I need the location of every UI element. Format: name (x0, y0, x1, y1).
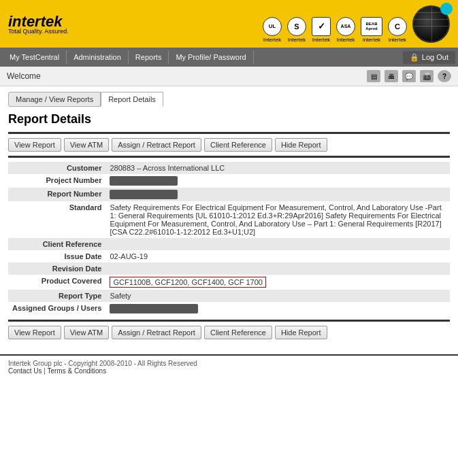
header: intertek Total Quality. Assured. UL Inte… (0, 0, 458, 48)
footer: Intertek Group plc - Copyright 2008-2010… (0, 354, 458, 379)
footer-copyright: Intertek Group plc - Copyright 2008-2010… (8, 360, 450, 367)
divider-after-buttons (8, 156, 450, 158)
nav-tab-mytestcentral[interactable]: My TestCentral (3, 50, 67, 64)
terms-conditions-link[interactable]: Terms & Conditions (47, 367, 106, 375)
print-icon[interactable]: 🖶 (385, 70, 398, 82)
cert-icon-check: ✓ (312, 17, 331, 36)
logo-tagline: Total Quality. Assured. (8, 28, 69, 35)
divider-before-bottom-buttons (8, 320, 450, 322)
value-project-number (105, 174, 450, 188)
redacted-report-number (110, 190, 178, 199)
assign-retract-button-top[interactable]: Assign / Retract Report (112, 138, 201, 152)
cert-icon-s: S (287, 17, 306, 36)
value-customer: 280883 – Across International LLC (105, 162, 450, 174)
cert-icons-row: UL Intertek S Intertek ✓ Intertek ASA In… (263, 5, 450, 43)
rss-icon[interactable]: ▤ (367, 70, 380, 82)
value-report-type: Safety (105, 290, 450, 302)
nav-tabs: My TestCentral Administration Reports My… (3, 50, 254, 64)
table-row-issue-date: Issue Date 02-AUG-19 (8, 250, 450, 262)
client-reference-button-top[interactable]: Client Reference (204, 138, 272, 152)
cert-asa: ASA Intertek (336, 17, 355, 43)
table-row-revision-date: Revision Date (8, 262, 450, 275)
top-divider (8, 132, 450, 134)
cert-icon-c: C (388, 17, 407, 36)
table-row-customer: Customer 280883 – Across International L… (8, 162, 450, 174)
label-product-covered: Product Covered (8, 275, 105, 290)
view-report-button-bottom[interactable]: View Report (8, 326, 61, 339)
button-row-top: View Report View ATM Assign / Retract Re… (8, 138, 450, 152)
label-client-reference: Client Reference (8, 238, 105, 250)
teal-dot (440, 3, 453, 15)
table-row-standard: Standard Safety Requirements For Electri… (8, 201, 450, 238)
hide-report-button-top[interactable]: Hide Report (275, 138, 327, 152)
cert-check: ✓ Intertek (312, 17, 331, 43)
cert-icon-ul: UL (263, 17, 282, 36)
footer-links: Contact Us | Terms & Conditions (8, 367, 450, 375)
nav-tab-reports[interactable]: Reports (129, 50, 169, 64)
label-project-number: Project Number (8, 174, 105, 188)
table-row-assigned-groups: Assigned Groups / Users (8, 302, 450, 316)
logout-button[interactable]: 🔒 Log Out (403, 51, 455, 64)
table-row-report-type: Report Type Safety (8, 290, 450, 302)
value-report-number (105, 188, 450, 201)
view-atm-button-top[interactable]: View ATM (64, 138, 110, 152)
navbar: My TestCentral Administration Reports My… (0, 48, 458, 67)
breadcrumb-tab-details[interactable]: Report Details (101, 92, 163, 107)
table-row-client-reference: Client Reference (8, 238, 450, 250)
welcome-text: Welcome (7, 71, 41, 81)
view-atm-button-bottom[interactable]: View ATM (64, 326, 110, 339)
nav-tab-profile[interactable]: My Profile/ Password (169, 50, 253, 64)
value-client-reference (105, 238, 450, 250)
welcome-bar: Welcome ▤ 🖶 💬 📠 ? (0, 67, 458, 86)
hide-report-button-bottom[interactable]: Hide Report (275, 326, 327, 339)
fax-icon[interactable]: 📠 (420, 70, 434, 82)
button-row-bottom: View Report View ATM Assign / Retract Re… (8, 326, 450, 339)
value-assigned-groups (105, 302, 450, 316)
label-customer: Customer (8, 162, 105, 174)
content-area: Manage / View Reports Report Details Rep… (0, 86, 458, 349)
contact-us-link[interactable]: Contact Us (8, 367, 42, 375)
cert-c: C intertek (388, 17, 407, 43)
label-standard: Standard (8, 201, 105, 238)
value-standard: Safety Requirements For Electrical Equip… (105, 201, 450, 238)
lock-icon: 🔒 (410, 53, 419, 62)
logo: intertek Total Quality. Assured. (8, 13, 69, 35)
label-revision-date: Revision Date (8, 262, 105, 275)
label-report-type: Report Type (8, 290, 105, 302)
cert-icon-beab: BEABAprvd (361, 17, 382, 36)
details-table: Customer 280883 – Across International L… (8, 162, 450, 316)
table-row-project-number: Project Number (8, 174, 450, 188)
label-issue-date: Issue Date (8, 250, 105, 262)
label-assigned-groups: Assigned Groups / Users (8, 302, 105, 316)
redacted-assigned-groups (110, 304, 198, 313)
table-row-report-number: Report Number (8, 188, 450, 201)
client-reference-button-bottom[interactable]: Client Reference (204, 326, 272, 339)
value-revision-date (105, 262, 450, 275)
cert-beab: BEABAprvd intertek (361, 17, 382, 43)
value-product-covered: GCF1100B, GCF1200, GCF1400, GCF 1700 (105, 275, 450, 290)
label-report-number: Report Number (8, 188, 105, 201)
breadcrumb-tab-manage[interactable]: Manage / View Reports (8, 92, 101, 107)
assign-retract-button-bottom[interactable]: Assign / Retract Report (112, 326, 201, 339)
page-title: Report Details (8, 112, 450, 126)
cert-ul: UL Intertek (263, 17, 282, 43)
logo-area: intertek Total Quality. Assured. (8, 13, 69, 35)
table-row-product-covered: Product Covered GCF1100B, GCF1200, GCF14… (8, 275, 450, 290)
redacted-project-number (110, 176, 178, 186)
globe-container (412, 5, 450, 43)
breadcrumb-tabs: Manage / View Reports Report Details (8, 92, 450, 107)
product-covered-value: GCF1100B, GCF1200, GCF1400, GCF 1700 (110, 277, 266, 288)
cert-icon-asa: ASA (336, 17, 355, 36)
help-icon[interactable]: ? (438, 70, 451, 82)
cert-s: S Intertek (287, 17, 306, 43)
view-report-button-top[interactable]: View Report (8, 138, 61, 152)
nav-tab-administration[interactable]: Administration (67, 50, 129, 64)
value-issue-date: 02-AUG-19 (105, 250, 450, 262)
chat-icon[interactable]: 💬 (402, 70, 416, 82)
toolbar-icons: ▤ 🖶 💬 📠 ? (367, 70, 451, 82)
